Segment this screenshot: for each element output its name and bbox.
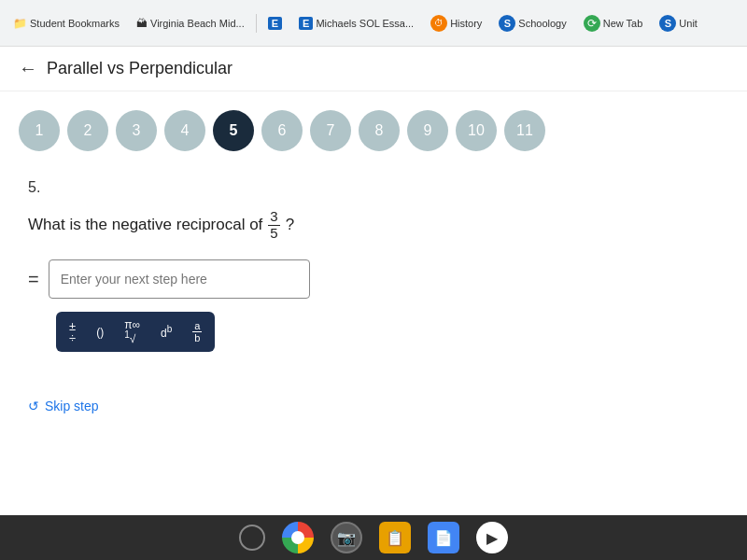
math-btn-sqrt[interactable]: π∞1√ [120, 317, 144, 346]
taskbar-files-icon[interactable]: 📋 [379, 522, 411, 553]
taskbar-camera-icon[interactable]: 📷 [331, 522, 362, 553]
answer-input[interactable] [49, 259, 310, 299]
taskbar-docs-icon[interactable]: 📄 [428, 522, 459, 553]
taskbar-circle-o[interactable] [239, 525, 265, 551]
step-10[interactable]: 10 [456, 110, 497, 151]
math-btn-ops[interactable]: ±÷ [65, 318, 79, 346]
taskbar: 📷 📋 📄 ▶ [0, 515, 747, 560]
schoology-icon: S [499, 15, 515, 32]
nav-bar: ← Parallel vs Perpendicular [0, 47, 747, 91]
bookmark-newtab[interactable]: ⟳ New Tab [578, 12, 649, 35]
history-icon: ⏱ [430, 15, 447, 32]
divider [256, 14, 257, 33]
step-2[interactable]: 2 [67, 110, 108, 151]
question-text: What is the negative reciprocal of 3 5 ? [28, 209, 719, 241]
skip-label: Skip step [45, 399, 99, 413]
math-btn-fraction[interactable]: a b [189, 318, 205, 345]
page-content: ← Parallel vs Perpendicular 1 2 3 4 5 6 … [0, 47, 747, 515]
taskbar-play-icon[interactable]: ▶ [476, 522, 508, 553]
page-title: Parallel vs Perpendicular [47, 59, 233, 78]
question-number: 5. [28, 179, 719, 196]
skip-icon: ↺ [28, 399, 39, 413]
math-btn-parens[interactable]: () [92, 324, 107, 341]
question-area: 5. What is the negative reciprocal of 3 … [0, 170, 747, 371]
bookmark-michaels-e2[interactable]: E Michaels SOL Essa... [293, 14, 419, 33]
back-button[interactable]: ← [19, 58, 37, 79]
step-7[interactable]: 7 [310, 110, 351, 151]
step-1[interactable]: 1 [19, 110, 60, 151]
folder-icon: 📁 [13, 17, 27, 30]
newtab-icon: ⟳ [584, 15, 600, 32]
bookmark-schoology[interactable]: S Schoology [493, 12, 571, 35]
math-toolbar: ±÷ () π∞1√ db a b [56, 312, 215, 352]
taskbar-chrome-icon[interactable] [282, 522, 314, 553]
input-row: = [28, 259, 719, 299]
bookmarks-bar: 📁 Student Bookmarks 🏔 Virginia Beach Mid… [0, 0, 747, 47]
e2-icon: E [299, 17, 313, 30]
bookmark-virginia[interactable]: 🏔 Virginia Beach Mid... [131, 14, 250, 33]
step-9[interactable]: 9 [407, 110, 448, 151]
unit-icon: S [659, 15, 676, 32]
math-btn-power[interactable]: db [157, 322, 176, 342]
e-icon: E [268, 17, 282, 30]
fraction-display: 3 5 [268, 209, 279, 241]
bookmark-history[interactable]: ⏱ History [425, 12, 487, 35]
step-5[interactable]: 5 [213, 110, 254, 151]
bookmark-michaels-e1[interactable]: E [262, 14, 288, 33]
step-3[interactable]: 3 [116, 110, 157, 151]
bookmark-unit[interactable]: S Unit [654, 12, 703, 35]
step-6[interactable]: 6 [261, 110, 303, 151]
step-4[interactable]: 4 [164, 110, 205, 151]
skip-step-button[interactable]: ↺ Skip step [28, 399, 747, 413]
bookmark-student[interactable]: 📁 Student Bookmarks [7, 14, 125, 33]
equals-sign: = [28, 269, 39, 290]
step-8[interactable]: 8 [359, 110, 400, 151]
steps-container: 1 2 3 4 5 6 7 8 9 10 11 [0, 91, 747, 170]
mountain-icon: 🏔 [136, 17, 148, 30]
step-11[interactable]: 11 [504, 110, 545, 151]
